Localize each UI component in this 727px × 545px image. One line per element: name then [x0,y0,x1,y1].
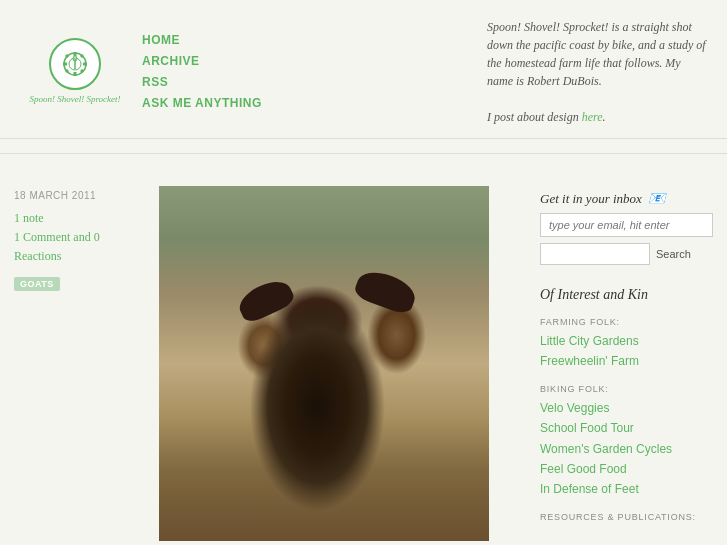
post-date: 18 MARCH 2011 [14,190,141,201]
post-image [159,186,489,541]
right-sidebar: Get it in your inbox 📧 Search Of Interes… [532,168,727,541]
of-interest-title: Of Interest and Kin [540,287,713,303]
nav-rss[interactable]: RSS [142,73,262,92]
goat-photo [159,186,489,541]
design-text: I post about design [487,110,579,124]
email-icon: 📧 [648,190,665,207]
logo-area: Spoon! Shovel! Sprocket! [20,38,130,106]
svg-rect-4 [83,63,87,66]
biking-folk-links: Velo Veggies School Food Tour Women's Ga… [540,398,713,500]
farming-folk-links: Little City Gardens Freewheelin' Farm [540,331,713,372]
inbox-title: Get it in your inbox [540,191,642,207]
tag-badge[interactable]: GOATS [14,277,60,291]
link-velo-veggies[interactable]: Velo Veggies [540,398,713,418]
svg-rect-3 [63,63,67,66]
of-interest-section: Of Interest and Kin FARMING FOLK: Little… [540,287,713,522]
email-input[interactable] [540,213,713,237]
inbox-label: Get it in your inbox 📧 [540,190,713,207]
resources-label: RESOURCES & PUBLICATIONS: [540,512,713,522]
search-row: Search [540,243,713,265]
link-womens-garden-cycles[interactable]: Women's Garden Cycles [540,439,713,459]
farming-folk-label: FARMING FOLK: [540,317,713,327]
search-button[interactable]: Search [656,248,691,260]
post-meta: 1 note 1 Comment and 0 Reactions [14,209,141,267]
design-link[interactable]: here [582,110,603,124]
link-school-food-tour[interactable]: School Food Tour [540,418,713,438]
logo-circle [49,38,101,90]
search-input[interactable] [540,243,650,265]
link-in-defense-of-feet[interactable]: In Defense of Feet [540,479,713,499]
post-image-column [155,168,532,541]
site-description: Spoon! Shovel! Sprocket! is a straight s… [487,18,707,126]
nav-home[interactable]: HOME [142,31,262,50]
nav-archive[interactable]: ARCHIVE [142,52,262,71]
svg-rect-2 [74,72,77,76]
description-text: Spoon! Shovel! Sprocket! is a straight s… [487,20,706,88]
main-nav: HOME ARCHIVE RSS ASK ME ANYTHING [142,31,262,114]
logo-icon [61,50,89,78]
post-comment-link[interactable]: 1 Comment and 0 Reactions [14,228,141,266]
svg-rect-1 [74,52,77,56]
link-freewheelin-farm[interactable]: Freewheelin' Farm [540,351,713,371]
site-title: Spoon! Shovel! Sprocket! [29,94,120,106]
post-meta-column: 18 MARCH 2011 1 note 1 Comment and 0 Rea… [0,168,155,541]
link-feel-good-food[interactable]: Feel Good Food [540,459,713,479]
post-note-link[interactable]: 1 note [14,209,141,228]
site-header: Spoon! Shovel! Sprocket! HOME ARCHIVE RS… [0,0,727,139]
inbox-section: Get it in your inbox 📧 Search [540,190,713,265]
nav-ask[interactable]: ASK ME ANYTHING [142,94,262,113]
link-little-city-gardens[interactable]: Little City Gardens [540,331,713,351]
svg-rect-8 [80,69,84,73]
main-layout: 18 MARCH 2011 1 note 1 Comment and 0 Rea… [0,168,727,541]
biking-folk-label: BIKING FOLK: [540,384,713,394]
